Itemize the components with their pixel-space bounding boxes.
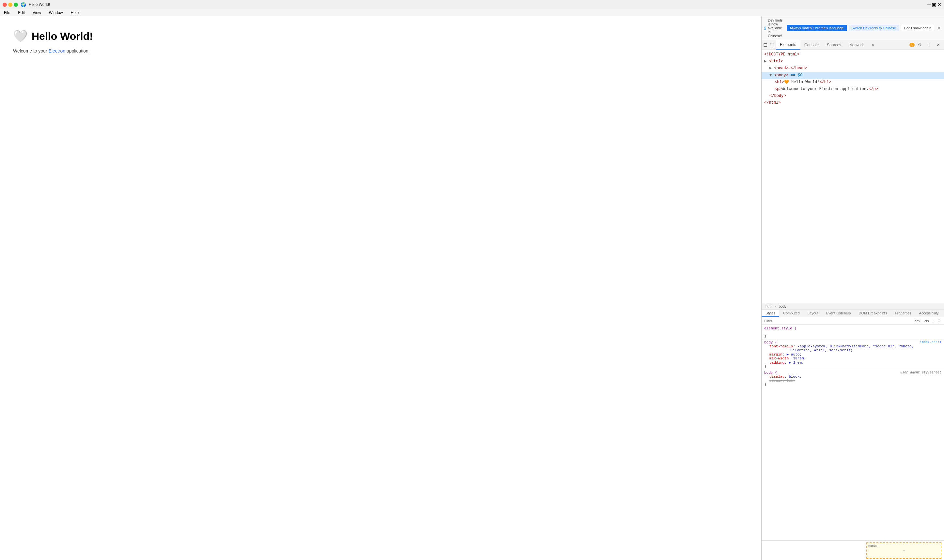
- settings-button[interactable]: ⚙: [916, 41, 924, 49]
- menu-window[interactable]: Window: [48, 10, 64, 15]
- html-tree: <!DOCTYPE html> ▶ <html> ▶ <head>…</head…: [762, 50, 944, 303]
- css-rules: element.style { } index.css:1 body { fon…: [762, 325, 944, 540]
- tab-console[interactable]: Console: [801, 40, 823, 49]
- box-model-value: –: [903, 548, 905, 553]
- app-heading: 🤍 Hello World!: [13, 29, 93, 43]
- tab-more[interactable]: »: [868, 40, 878, 49]
- breadcrumb: html › body: [762, 303, 944, 310]
- window-restore-icon[interactable]: ▣: [932, 2, 936, 7]
- styles-tab-dom-breakpoints[interactable]: DOM Breakpoints: [855, 310, 891, 317]
- styles-tab-layout[interactable]: Layout: [804, 310, 822, 317]
- minimize-button[interactable]: [8, 3, 12, 7]
- menu-view[interactable]: View: [31, 10, 42, 15]
- tree-html-open[interactable]: ▶ <html>: [762, 58, 944, 65]
- tree-body[interactable]: ▼ <body> == $0: [762, 72, 944, 79]
- tab-sources[interactable]: Sources: [823, 40, 845, 49]
- window-minimize-icon[interactable]: ─: [927, 2, 931, 7]
- tree-h1[interactable]: <h1>🧡 Hello World!</h1>: [762, 79, 944, 86]
- styles-tab-event-listeners[interactable]: Event Listeners: [822, 310, 855, 317]
- notification-close-button[interactable]: ✕: [936, 25, 941, 31]
- filter-input[interactable]: [764, 319, 910, 323]
- main-container: 🤍 Hello World! Welcome to your Electron …: [0, 16, 944, 560]
- styles-tab-accessibility[interactable]: Accessibility: [915, 310, 943, 317]
- tab-elements[interactable]: Elements: [776, 40, 801, 49]
- styles-tab-computed[interactable]: Computed: [779, 310, 804, 317]
- menu-help[interactable]: Help: [69, 10, 80, 15]
- styles-panel: Styles Computed Layout Event Listeners D…: [762, 310, 944, 560]
- devtools-panel: ℹ DevTools is now available in Chinese! …: [761, 16, 944, 560]
- menu-file[interactable]: File: [3, 10, 11, 15]
- warning-badge: 1: [909, 43, 915, 47]
- title-bar: 🌍 Hello World! ─ ▣ ✕: [0, 0, 944, 9]
- css-rule-body-useragent: user agent stylesheet body { display: bl…: [762, 370, 944, 388]
- app-content: 🤍 Hello World! Welcome to your Electron …: [0, 16, 761, 560]
- css-rule-element-style: element.style { }: [762, 326, 944, 340]
- tree-html-close: </html>: [762, 100, 944, 106]
- breadcrumb-body[interactable]: body: [777, 304, 788, 309]
- box-model-label: margin: [868, 544, 878, 547]
- subtitle-after: application.: [65, 48, 90, 54]
- favicon-icon: 🌍: [20, 2, 26, 7]
- subtitle-before: Welcome to your: [13, 48, 49, 54]
- user-agent-label: user agent stylesheet: [900, 371, 941, 374]
- tree-body-close: </body>: [762, 92, 944, 100]
- hov-filter[interactable]: :hov: [912, 318, 921, 323]
- inspect-element-button[interactable]: ⊡: [762, 42, 769, 49]
- devtools-notification: ℹ DevTools is now available in Chinese! …: [762, 16, 944, 40]
- always-match-language-button[interactable]: Always match Chrome's language: [787, 25, 847, 31]
- window-close-icon[interactable]: ✕: [938, 2, 941, 7]
- window-controls: [3, 3, 18, 7]
- toggle-style-button[interactable]: ⊡: [936, 318, 941, 323]
- styles-tab-properties[interactable]: Properties: [891, 310, 915, 317]
- heart-icon: 🤍: [13, 29, 28, 43]
- devtools-tab-actions: 1 ⚙ ⋮ ✕: [909, 41, 944, 49]
- notification-text: DevTools is now available in Chinese!: [768, 18, 785, 38]
- box-model-container: margin –: [762, 540, 944, 560]
- styles-tabs: Styles Computed Layout Event Listeners D…: [762, 310, 944, 317]
- app-subtitle: Welcome to your Electron application.: [13, 48, 90, 54]
- breadcrumb-html[interactable]: html: [764, 304, 774, 309]
- maximize-button[interactable]: [14, 3, 18, 7]
- devtools-tabs: ⊡ ⬚ Elements Console Sources Network » 1…: [762, 40, 944, 50]
- styles-tab-styles[interactable]: Styles: [762, 310, 779, 317]
- menu-edit[interactable]: Edit: [17, 10, 26, 15]
- cls-filter[interactable]: .cls: [922, 318, 930, 323]
- add-style-button[interactable]: +: [931, 318, 935, 323]
- info-icon: ℹ: [764, 26, 766, 31]
- electron-link[interactable]: Electron: [49, 48, 65, 54]
- styles-filter: :hov .cls + ⊡: [762, 317, 944, 325]
- tab-network[interactable]: Network: [845, 40, 868, 49]
- tree-p[interactable]: <p>Welcome to your Electron application.…: [762, 86, 944, 92]
- css-rule-body-index: index.css:1 body { font-family: -apple-s…: [762, 340, 944, 370]
- heading-text: Hello World!: [32, 30, 93, 42]
- tree-doctype: <!DOCTYPE html>: [762, 51, 944, 58]
- device-mode-button[interactable]: ⬚: [769, 42, 776, 49]
- more-options-button[interactable]: ⋮: [925, 41, 933, 49]
- box-model-diagram: margin –: [866, 542, 941, 559]
- css-source-index[interactable]: index.css:1: [920, 340, 941, 344]
- close-button[interactable]: [3, 3, 7, 7]
- menu-bar: File Edit View Window Help: [0, 9, 944, 16]
- tree-head[interactable]: ▶ <head>…</head>: [762, 65, 944, 72]
- close-devtools-button[interactable]: ✕: [934, 41, 942, 49]
- dont-show-again-button[interactable]: Don't show again: [901, 25, 934, 31]
- switch-devtools-language-button[interactable]: Switch DevTools to Chinese: [849, 25, 899, 31]
- window-title: Hello World!: [29, 2, 50, 7]
